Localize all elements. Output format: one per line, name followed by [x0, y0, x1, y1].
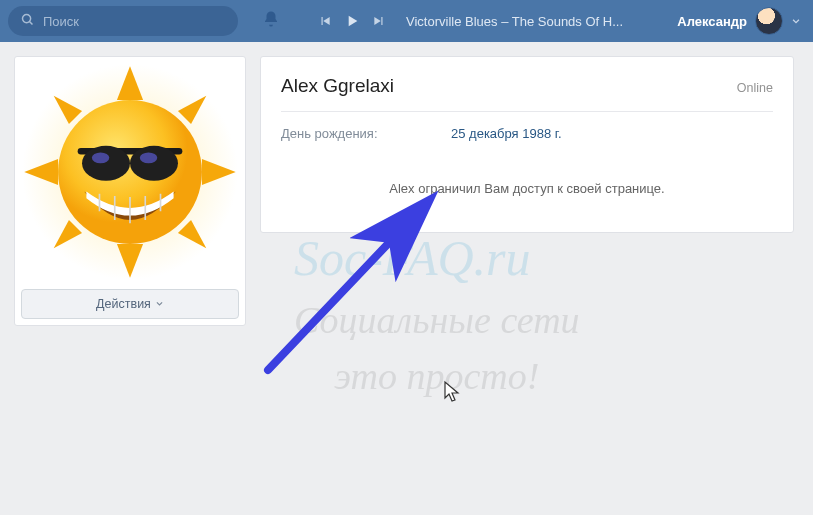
track-title[interactable]: Victorville Blues – The Sounds Of H...: [406, 14, 623, 29]
next-track-button[interactable]: [372, 14, 386, 28]
svg-line-1: [30, 21, 33, 24]
profile-sidebar: Действия: [14, 56, 246, 326]
svg-marker-4: [24, 159, 58, 185]
actions-button-label: Действия: [96, 297, 151, 311]
profile-name: Alex Ggrelaxi: [281, 75, 394, 97]
player-controls: Victorville Blues – The Sounds Of H...: [318, 13, 623, 29]
svg-marker-7: [178, 96, 206, 124]
cursor-icon: [443, 380, 463, 404]
birthday-row: День рождения: 25 декабря 1988 г.: [281, 112, 773, 159]
svg-point-0: [23, 14, 31, 22]
bell-icon: [262, 10, 280, 32]
profile-header: Alex Ggrelaxi Online: [281, 75, 773, 112]
profile-main: Alex Ggrelaxi Online День рождения: 25 д…: [260, 56, 794, 233]
previous-track-button[interactable]: [318, 14, 332, 28]
actions-button[interactable]: Действия: [21, 289, 239, 319]
search-input[interactable]: [43, 14, 226, 29]
svg-marker-2: [117, 66, 143, 100]
svg-marker-6: [54, 96, 82, 124]
birthday-value[interactable]: 25 декабря 1988 г.: [451, 126, 562, 141]
svg-marker-5: [202, 159, 236, 185]
avatar: [755, 7, 783, 35]
svg-point-12: [82, 146, 130, 181]
birthday-label: День рождения:: [281, 126, 451, 141]
svg-point-15: [140, 152, 157, 163]
svg-marker-8: [54, 220, 82, 248]
current-user-menu[interactable]: Александр: [677, 7, 805, 35]
page-content: Действия Alex Ggrelaxi Online День рожде…: [0, 42, 813, 340]
svg-point-14: [92, 152, 109, 163]
chevron-down-icon: [791, 14, 801, 29]
svg-marker-9: [178, 220, 206, 248]
notifications-button[interactable]: [254, 10, 288, 32]
current-user-name: Александр: [677, 14, 747, 29]
search-box[interactable]: [8, 6, 238, 36]
svg-marker-3: [117, 244, 143, 278]
search-icon: [20, 12, 35, 31]
svg-point-13: [130, 146, 178, 181]
online-status: Online: [737, 81, 773, 95]
watermark-line3: это просто!: [294, 354, 580, 400]
profile-photo[interactable]: [21, 63, 239, 281]
top-bar: Victorville Blues – The Sounds Of H... А…: [0, 0, 813, 42]
play-button[interactable]: [344, 13, 360, 29]
chevron-down-icon: [155, 297, 164, 311]
access-restricted-message: Alex ограничил Вам доступ к своей страни…: [281, 159, 773, 206]
